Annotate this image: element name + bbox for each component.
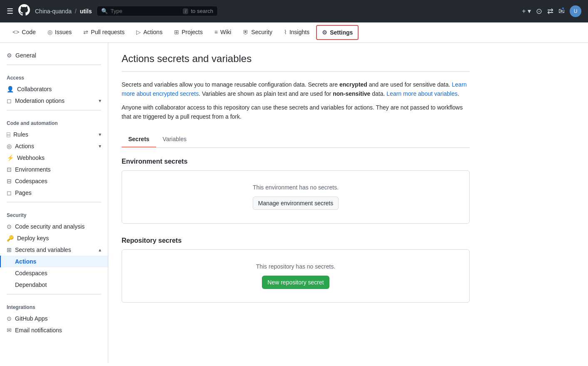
sidebar: ⚙ General Access 👤 Collaborators ◻ Moder… — [0, 43, 108, 363]
sidebar-github-apps-label: GitHub Apps — [15, 315, 48, 322]
content-area: Actions secrets and variables Secrets an… — [108, 43, 483, 363]
nav-actions[interactable]: ▷ Actions — [130, 24, 168, 41]
sidebar-general[interactable]: ⚙ General — [0, 50, 108, 61]
nav-code[interactable]: <> Code — [7, 24, 42, 41]
repo-name[interactable]: utils — [80, 8, 92, 15]
description-1: Secrets and variables allow you to manag… — [122, 80, 470, 99]
sidebar-sub-dependabot-label: Dependabot — [15, 281, 47, 288]
sidebar-environments[interactable]: ⊡ Environments — [0, 164, 108, 175]
pull-request-icon[interactable]: ⇄ — [547, 7, 553, 16]
repo-secrets-title: Repository secrets — [122, 237, 470, 244]
rules-chevron-icon: ▾ — [99, 132, 101, 137]
sidebar-divider-3 — [7, 202, 101, 202]
sidebar-sub-dependabot[interactable]: Dependabot — [0, 279, 108, 291]
tab-secrets[interactable]: Secrets — [122, 132, 156, 147]
sidebar-security-label: Security — [0, 206, 108, 221]
actions-nav-icon: ◎ — [7, 143, 12, 149]
sidebar-codespaces-label: Codespaces — [15, 178, 47, 184]
projects-icon: ⊞ — [174, 29, 179, 35]
issues-icon: ◎ — [47, 29, 52, 35]
environments-icon: ⊡ — [7, 166, 12, 173]
insights-icon: ⌇ — [284, 29, 287, 35]
collaborators-icon: 👤 — [7, 86, 14, 92]
sidebar-codespaces[interactable]: ⊟ Codespaces — [0, 175, 108, 187]
sidebar-collaborators-label: Collaborators — [17, 86, 52, 92]
nav-security[interactable]: ⛨ Security — [237, 24, 278, 41]
secrets-icon: ⊞ — [7, 246, 12, 253]
sidebar-github-apps[interactable]: ⊙ GitHub Apps — [0, 313, 108, 324]
page-title: Actions secrets and variables — [122, 53, 470, 65]
new-repo-secret-button[interactable]: New repository secret — [262, 276, 329, 289]
sidebar-sub-codespaces[interactable]: Codespaces — [0, 267, 108, 279]
nav-wiki[interactable]: ≡ Wiki — [209, 24, 237, 41]
sidebar-divider-2 — [7, 110, 101, 110]
repo-nav: <> Code ◎ Issues ⇄ Pull requests ▷ Actio… — [0, 22, 588, 43]
sidebar-actions[interactable]: ◎ Actions ▾ — [0, 140, 108, 152]
sidebar-deploy-keys[interactable]: 🔑 Deploy keys — [0, 232, 108, 244]
page-divider — [122, 71, 470, 72]
nav-pull-requests[interactable]: ⇄ Pull requests — [77, 24, 130, 41]
code-security-icon: ⊙ — [7, 223, 12, 230]
hamburger-menu[interactable]: ☰ — [7, 7, 13, 16]
nav-issues[interactable]: ◎ Issues — [42, 24, 77, 41]
actions-icon: ▷ — [136, 29, 141, 35]
secrets-chevron-icon: ▴ — [99, 247, 101, 253]
sidebar-webhooks[interactable]: ⚡ Webhooks — [0, 152, 108, 164]
avatar[interactable]: U — [570, 5, 581, 17]
sidebar-sub-actions[interactable]: Actions — [0, 256, 108, 267]
breadcrumb-separator: / — [75, 8, 77, 15]
email-icon: ✉ — [7, 327, 12, 334]
sidebar-moderation[interactable]: ◻ Moderation options ▾ — [0, 95, 108, 107]
sidebar-actions-label: Actions — [15, 143, 34, 149]
org-link[interactable]: China-quanda — [35, 8, 72, 15]
github-logo[interactable] — [18, 4, 30, 18]
sidebar-pages-label: Pages — [15, 189, 32, 196]
key-icon: 🔑 — [7, 235, 14, 242]
repo-empty-text: This repository has no secrets. — [256, 263, 336, 270]
top-nav: ☰ China-quanda / utils 🔍 / to search + ▾… — [0, 0, 588, 22]
settings-icon: ⚙ — [322, 29, 327, 36]
sidebar-divider-4 — [7, 294, 101, 294]
github-apps-icon: ⊙ — [7, 315, 12, 322]
sidebar-webhooks-label: Webhooks — [17, 154, 45, 161]
env-secrets-title: Environment secrets — [122, 158, 470, 165]
sidebar-environments-label: Environments — [15, 166, 51, 173]
security-icon: ⛨ — [243, 29, 249, 35]
top-nav-right: + ▾ ⊙ ⇄ ✉ U — [522, 5, 581, 17]
sidebar-general-label: General — [15, 52, 36, 59]
pages-icon: ◻ — [7, 189, 12, 196]
main-layout: ⚙ General Access 👤 Collaborators ◻ Moder… — [0, 43, 588, 363]
sidebar-divider-1 — [7, 65, 101, 65]
sidebar-rules[interactable]: ⌸ Rules ▾ — [0, 129, 108, 140]
moderation-icon: ◻ — [7, 97, 12, 104]
sidebar-email-notifications[interactable]: ✉ Email notifications — [0, 324, 108, 336]
sidebar-code-label: Code and automation — [0, 114, 108, 129]
sidebar-pages[interactable]: ◻ Pages — [0, 187, 108, 199]
sidebar-secrets-vars[interactable]: ⊞ Secrets and variables ▴ — [0, 244, 108, 256]
nav-settings[interactable]: ⚙ Settings — [316, 25, 359, 40]
search-input[interactable] — [110, 8, 180, 14]
manage-env-secrets-button[interactable]: Manage environment secrets — [253, 197, 339, 210]
sidebar-collaborators[interactable]: 👤 Collaborators — [0, 83, 108, 95]
learn-variables-link[interactable]: Learn more about variables — [386, 90, 457, 97]
sidebar-deploy-keys-label: Deploy keys — [17, 235, 49, 242]
inbox-icon[interactable]: ✉ — [558, 7, 565, 16]
gear-icon: ⚙ — [7, 52, 12, 59]
pr-icon: ⇄ — [83, 29, 88, 35]
nav-insights[interactable]: ⌇ Insights — [278, 24, 315, 41]
new-plus-button[interactable]: + ▾ — [522, 7, 531, 15]
sidebar-integrations-label: Integrations — [0, 298, 108, 313]
sidebar-code-security[interactable]: ⊙ Code security and analysis — [0, 221, 108, 232]
code-icon: <> — [12, 29, 19, 35]
search-bar[interactable]: 🔍 / to search — [97, 6, 218, 16]
nav-projects[interactable]: ⊞ Projects — [168, 24, 209, 41]
timer-icon[interactable]: ⊙ — [536, 7, 542, 16]
repository-secrets-box: This repository has no secrets. New repo… — [122, 249, 470, 303]
tab-variables[interactable]: Variables — [156, 132, 193, 147]
sidebar-code-security-label: Code security and analysis — [15, 223, 85, 230]
sidebar-email-label: Email notifications — [15, 327, 62, 334]
env-empty-text: This environment has no secrets. — [253, 184, 339, 191]
environment-secrets-box: This environment has no secrets. Manage … — [122, 170, 470, 224]
sidebar-sub-codespaces-label: Codespaces — [15, 270, 47, 276]
codespaces-icon: ⊟ — [7, 178, 12, 184]
